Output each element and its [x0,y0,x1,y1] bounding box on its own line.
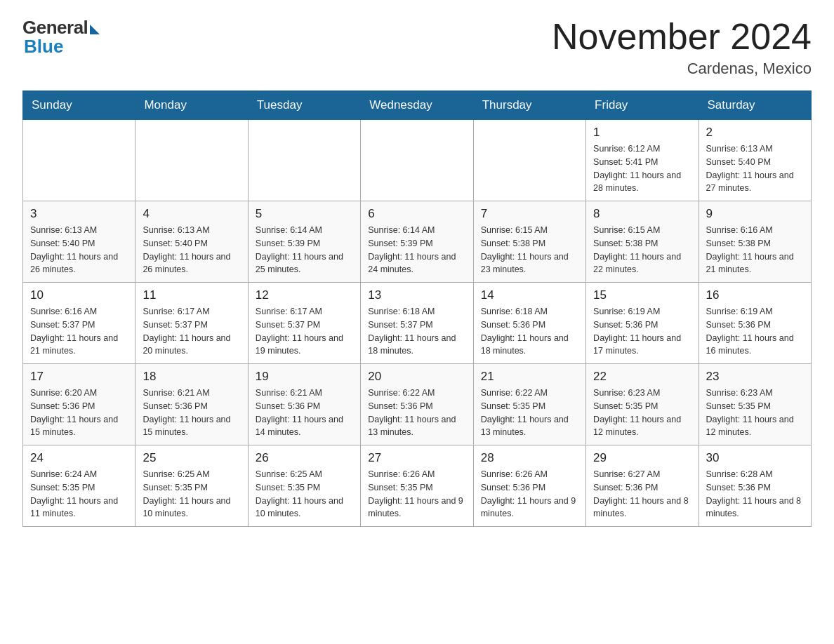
calendar-cell: 14Sunrise: 6:18 AM Sunset: 5:36 PM Dayli… [473,283,585,364]
calendar-cell: 29Sunrise: 6:27 AM Sunset: 5:36 PM Dayli… [586,445,699,527]
calendar-cell: 11Sunrise: 6:17 AM Sunset: 5:37 PM Dayli… [135,283,248,364]
cell-sun-info: Sunrise: 6:22 AM Sunset: 5:35 PM Dayligh… [481,387,578,439]
cell-sun-info: Sunrise: 6:24 AM Sunset: 5:35 PM Dayligh… [30,468,128,521]
calendar-week-4: 17Sunrise: 6:20 AM Sunset: 5:36 PM Dayli… [23,364,812,445]
days-header-row: SundayMondayTuesdayWednesdayThursdayFrid… [23,91,812,120]
cell-date-number: 9 [706,207,804,221]
cell-sun-info: Sunrise: 6:13 AM Sunset: 5:40 PM Dayligh… [143,224,240,276]
calendar-cell: 12Sunrise: 6:17 AM Sunset: 5:37 PM Dayli… [248,283,360,364]
calendar-cell: 25Sunrise: 6:25 AM Sunset: 5:35 PM Dayli… [135,445,248,527]
cell-sun-info: Sunrise: 6:25 AM Sunset: 5:35 PM Dayligh… [256,468,353,521]
cell-date-number: 10 [30,288,128,302]
cell-sun-info: Sunrise: 6:14 AM Sunset: 5:39 PM Dayligh… [256,224,353,276]
calendar-cell: 30Sunrise: 6:28 AM Sunset: 5:36 PM Dayli… [699,445,811,527]
calendar-cell [135,120,248,201]
month-title: November 2024 [552,17,812,57]
cell-sun-info: Sunrise: 6:19 AM Sunset: 5:36 PM Dayligh… [593,305,691,358]
day-header-sunday: Sunday [23,91,135,120]
cell-date-number: 21 [481,370,578,384]
calendar-cell: 22Sunrise: 6:23 AM Sunset: 5:35 PM Dayli… [586,364,699,445]
cell-sun-info: Sunrise: 6:22 AM Sunset: 5:36 PM Dayligh… [368,387,465,439]
cell-date-number: 3 [30,207,128,221]
cell-sun-info: Sunrise: 6:18 AM Sunset: 5:37 PM Dayligh… [368,305,465,358]
calendar-cell [473,120,585,201]
cell-date-number: 7 [481,207,578,221]
calendar-week-3: 10Sunrise: 6:16 AM Sunset: 5:37 PM Dayli… [23,283,812,364]
calendar-cell: 7Sunrise: 6:15 AM Sunset: 5:38 PM Daylig… [473,201,585,283]
cell-sun-info: Sunrise: 6:26 AM Sunset: 5:36 PM Dayligh… [481,468,578,521]
calendar-cell: 8Sunrise: 6:15 AM Sunset: 5:38 PM Daylig… [586,201,699,283]
cell-sun-info: Sunrise: 6:23 AM Sunset: 5:35 PM Dayligh… [593,387,691,439]
day-header-monday: Monday [135,91,248,120]
calendar-cell: 3Sunrise: 6:13 AM Sunset: 5:40 PM Daylig… [23,201,135,283]
calendar-cell: 21Sunrise: 6:22 AM Sunset: 5:35 PM Dayli… [473,364,585,445]
calendar-cell: 26Sunrise: 6:25 AM Sunset: 5:35 PM Dayli… [248,445,360,527]
cell-date-number: 8 [593,207,691,221]
calendar-cell: 13Sunrise: 6:18 AM Sunset: 5:37 PM Dayli… [361,283,473,364]
cell-date-number: 24 [30,451,128,465]
calendar-cell: 16Sunrise: 6:19 AM Sunset: 5:36 PM Dayli… [699,283,811,364]
cell-date-number: 4 [143,207,240,221]
calendar-cell: 17Sunrise: 6:20 AM Sunset: 5:36 PM Dayli… [23,364,135,445]
cell-sun-info: Sunrise: 6:21 AM Sunset: 5:36 PM Dayligh… [143,387,240,439]
calendar-cell: 9Sunrise: 6:16 AM Sunset: 5:38 PM Daylig… [699,201,811,283]
calendar-cell: 20Sunrise: 6:22 AM Sunset: 5:36 PM Dayli… [361,364,473,445]
calendar-cell: 4Sunrise: 6:13 AM Sunset: 5:40 PM Daylig… [135,201,248,283]
calendar-cell: 18Sunrise: 6:21 AM Sunset: 5:36 PM Dayli… [135,364,248,445]
calendar-week-2: 3Sunrise: 6:13 AM Sunset: 5:40 PM Daylig… [23,201,812,283]
location-title: Cardenas, Mexico [552,60,812,78]
page-header: General Blue November 2024 Cardenas, Mex… [22,17,812,78]
calendar-week-1: 1Sunrise: 6:12 AM Sunset: 5:41 PM Daylig… [23,120,812,201]
calendar-cell [361,120,473,201]
cell-sun-info: Sunrise: 6:19 AM Sunset: 5:36 PM Dayligh… [706,305,804,358]
logo-blue-text: Blue [24,36,63,58]
logo-triangle-icon [90,25,100,34]
cell-date-number: 17 [30,370,128,384]
logo: General Blue [22,17,100,58]
cell-date-number: 12 [256,288,353,302]
cell-date-number: 30 [706,451,804,465]
cell-date-number: 15 [593,288,691,302]
calendar-table: SundayMondayTuesdayWednesdayThursdayFrid… [22,90,812,527]
cell-date-number: 26 [256,451,353,465]
cell-date-number: 11 [143,288,240,302]
day-header-thursday: Thursday [473,91,585,120]
cell-sun-info: Sunrise: 6:17 AM Sunset: 5:37 PM Dayligh… [256,305,353,358]
calendar-cell: 6Sunrise: 6:14 AM Sunset: 5:39 PM Daylig… [361,201,473,283]
cell-date-number: 23 [706,370,804,384]
cell-sun-info: Sunrise: 6:15 AM Sunset: 5:38 PM Dayligh… [593,224,691,276]
cell-sun-info: Sunrise: 6:13 AM Sunset: 5:40 PM Dayligh… [30,224,128,276]
calendar-cell: 28Sunrise: 6:26 AM Sunset: 5:36 PM Dayli… [473,445,585,527]
cell-date-number: 16 [706,288,804,302]
cell-date-number: 18 [143,370,240,384]
cell-date-number: 13 [368,288,465,302]
cell-date-number: 14 [481,288,578,302]
cell-date-number: 27 [368,451,465,465]
cell-date-number: 22 [593,370,691,384]
cell-date-number: 5 [256,207,353,221]
cell-sun-info: Sunrise: 6:21 AM Sunset: 5:36 PM Dayligh… [256,387,353,439]
cell-date-number: 2 [706,126,804,140]
cell-sun-info: Sunrise: 6:27 AM Sunset: 5:36 PM Dayligh… [593,468,691,521]
cell-date-number: 19 [256,370,353,384]
calendar-cell: 19Sunrise: 6:21 AM Sunset: 5:36 PM Dayli… [248,364,360,445]
cell-sun-info: Sunrise: 6:26 AM Sunset: 5:35 PM Dayligh… [368,468,465,521]
calendar-week-5: 24Sunrise: 6:24 AM Sunset: 5:35 PM Dayli… [23,445,812,527]
cell-sun-info: Sunrise: 6:23 AM Sunset: 5:35 PM Dayligh… [706,387,804,439]
cell-date-number: 6 [368,207,465,221]
cell-date-number: 29 [593,451,691,465]
calendar-cell [248,120,360,201]
cell-sun-info: Sunrise: 6:25 AM Sunset: 5:35 PM Dayligh… [143,468,240,521]
cell-sun-info: Sunrise: 6:16 AM Sunset: 5:37 PM Dayligh… [30,305,128,358]
calendar-cell: 27Sunrise: 6:26 AM Sunset: 5:35 PM Dayli… [361,445,473,527]
day-header-wednesday: Wednesday [361,91,473,120]
cell-date-number: 25 [143,451,240,465]
title-section: November 2024 Cardenas, Mexico [552,17,812,78]
calendar-cell: 1Sunrise: 6:12 AM Sunset: 5:41 PM Daylig… [586,120,699,201]
cell-date-number: 28 [481,451,578,465]
cell-sun-info: Sunrise: 6:18 AM Sunset: 5:36 PM Dayligh… [481,305,578,358]
cell-sun-info: Sunrise: 6:17 AM Sunset: 5:37 PM Dayligh… [143,305,240,358]
calendar-cell: 10Sunrise: 6:16 AM Sunset: 5:37 PM Dayli… [23,283,135,364]
cell-sun-info: Sunrise: 6:14 AM Sunset: 5:39 PM Dayligh… [368,224,465,276]
day-header-tuesday: Tuesday [248,91,360,120]
